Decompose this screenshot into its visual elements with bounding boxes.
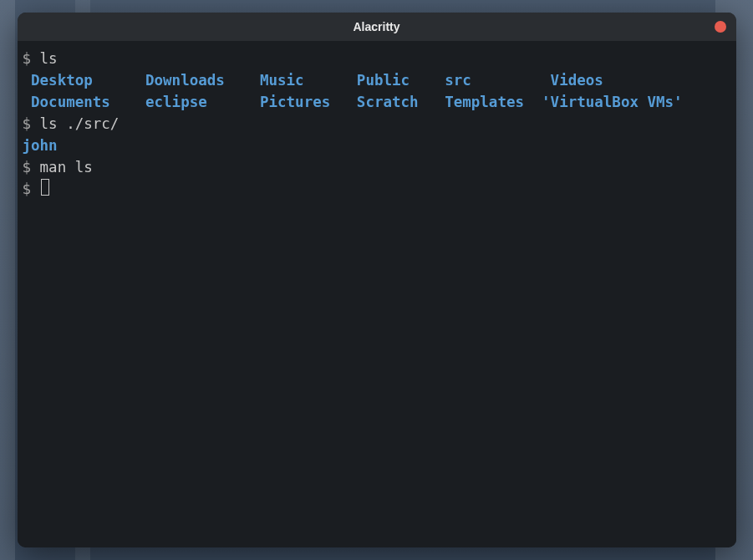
command-text: ls: [40, 50, 58, 67]
ls-output-row: DocumentseclipsePicturesScratchTemplates…: [23, 91, 731, 113]
close-icon[interactable]: [715, 21, 726, 33]
window-title: Alacritty: [353, 20, 399, 33]
ls-output-row: john: [23, 135, 731, 156]
prompt: $: [23, 115, 40, 132]
directory-entry: src: [445, 69, 550, 91]
cursor: [41, 179, 49, 196]
directory-entry: eclipse: [145, 91, 260, 113]
prompt: $: [23, 181, 40, 197]
directory-entry: Templates: [445, 91, 542, 113]
prompt: $: [23, 50, 40, 67]
directory-entry: Desktop: [31, 69, 145, 91]
ls-output-row: DesktopDownloadsMusicPublicsrcVideos: [23, 69, 731, 91]
prompt: $: [23, 159, 40, 176]
terminal-line: $ man ls: [23, 156, 731, 178]
terminal-line: $ ls ./src/: [23, 113, 731, 135]
directory-entry: Scratch: [357, 91, 445, 113]
directory-entry: Pictures: [260, 91, 357, 113]
directory-entry: Music: [260, 69, 357, 91]
terminal-line: $ ls: [23, 48, 731, 69]
directory-entry: 'VirtualBox VMs': [542, 91, 683, 113]
titlebar[interactable]: Alacritty: [18, 13, 736, 41]
command-text: man ls: [40, 159, 93, 176]
directory-entry: Documents: [31, 91, 145, 113]
terminal-line: $: [23, 178, 731, 200]
directory-entry: Public: [357, 69, 445, 91]
directory-entry: Videos: [551, 69, 603, 91]
directory-entry: Downloads: [145, 69, 260, 91]
directory-entry: john: [23, 137, 58, 154]
terminal-body[interactable]: $ ls DesktopDownloadsMusicPublicsrcVideo…: [18, 41, 736, 547]
command-text: ls ./src/: [40, 115, 120, 132]
terminal-window: Alacritty $ ls DesktopDownloadsMusicPubl…: [18, 13, 736, 547]
